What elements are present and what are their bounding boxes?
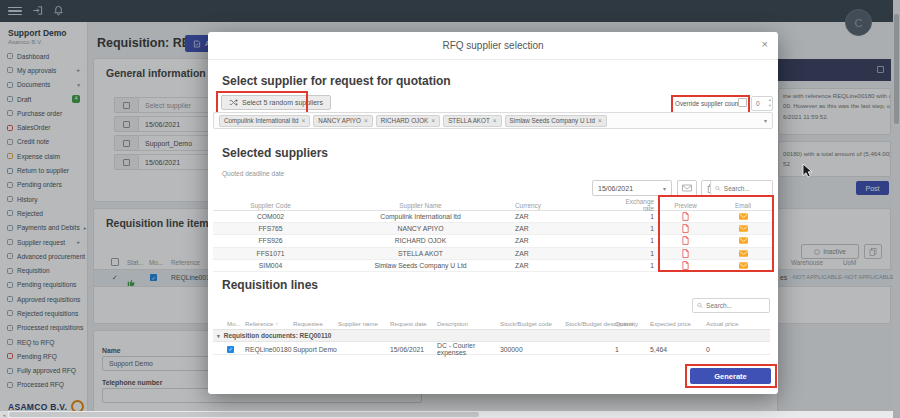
column-header-sorted[interactable]: Reference ↑ (245, 320, 293, 327)
column-header: Supplier Code (213, 202, 328, 209)
currency: ZAR (513, 237, 613, 244)
exchange-rate: 1 (613, 237, 658, 244)
suppliers-search-input[interactable] (724, 185, 768, 192)
remove-icon[interactable]: × (493, 117, 497, 124)
envelope-icon (682, 184, 692, 192)
requisition-line-row[interactable]: ✓ REQLine00180 Support Demo 15/06/2021 D… (213, 342, 770, 355)
remove-icon[interactable]: × (364, 117, 368, 124)
column-header: Expected price (650, 320, 706, 327)
chip-label: STELLA AKOT (448, 117, 490, 124)
email-icon[interactable] (713, 262, 773, 269)
currency: ZAR (513, 213, 613, 220)
supplier-row[interactable]: COM002 Compulink International ltd ZAR 1 (213, 211, 773, 223)
line-request-date: 15/06/2021 (390, 346, 437, 353)
requisition-lines-table: Mo... Reference ↑ Requestee Supplier nam… (213, 318, 770, 355)
supplier-row[interactable]: FFS765 NANCY APIYO ZAR 1 (213, 223, 773, 235)
deadline-date-select[interactable]: 15/06/2021 ▾ (592, 180, 672, 196)
exchange-rate: 1 (613, 225, 658, 232)
pdf-preview-icon[interactable] (658, 212, 713, 221)
supplier-chip: Simlaw Seeds Company U Ltd× (505, 115, 607, 127)
section-title-requisition-lines: Requisition lines (222, 278, 318, 292)
email-icon[interactable] (713, 213, 773, 220)
suppliers-search[interactable] (710, 180, 773, 196)
screen: C Support Demo Asamco B.V. Dashboard My … (0, 0, 900, 418)
supplier-code: FFS926 (213, 237, 328, 244)
scrollbar-thumb[interactable] (9, 412, 479, 417)
column-header: Actual price (706, 320, 770, 327)
group-row[interactable]: ▾ Requisition documents: REQ00110 (213, 330, 770, 342)
line-description: DC - Courier expenses (437, 342, 500, 356)
chevron-down-icon: ▾ (663, 185, 666, 192)
line-expected-price: 5,464 (650, 346, 706, 353)
horizontal-scrollbar[interactable]: ◂ (0, 411, 893, 418)
supplier-name: STELLA AKOT (328, 250, 513, 257)
section-title-selected-suppliers: Selected suppliers (222, 146, 328, 160)
email-icon[interactable] (713, 237, 773, 244)
email-icon[interactable] (713, 250, 773, 257)
supplier-row[interactable]: FFS926 RICHARD OJOK ZAR 1 (213, 235, 773, 247)
line-checkbox[interactable]: ✓ (227, 346, 234, 353)
line-quantity: 1 (615, 346, 650, 353)
generate-button[interactable]: Generate (690, 368, 771, 384)
search-icon (715, 185, 721, 192)
dialog-header: RFQ supplier selection × (208, 32, 778, 60)
dialog-title: RFQ supplier selection (208, 32, 778, 60)
pdf-preview-icon[interactable] (658, 249, 713, 258)
line-reference: REQLine00180 (245, 346, 293, 353)
column-header: Description (437, 320, 500, 327)
column-header: Stock/Budget description (565, 320, 615, 327)
currency: ZAR (513, 225, 613, 232)
override-checkbox[interactable] (738, 98, 747, 107)
column-header: Supplier name (338, 320, 390, 327)
select-random-suppliers-button[interactable]: Select 5 random suppliers (221, 95, 331, 110)
column-header: Quantity (615, 320, 650, 327)
email-all-button[interactable] (677, 180, 697, 196)
supplier-name: Compulink International ltd (328, 213, 513, 220)
chevron-down-icon[interactable]: ▾ (764, 117, 767, 124)
currency: ZAR (513, 262, 613, 269)
deadline-label: Quoted deadline date (222, 170, 284, 177)
supplier-name: Simlaw Seeds Company U Ltd (328, 262, 513, 269)
line-stock-code: 300000 (500, 346, 565, 353)
close-icon[interactable]: × (762, 38, 768, 50)
currency: ZAR (513, 250, 613, 257)
pdf-preview-icon[interactable] (658, 236, 713, 245)
section-title-select-supplier: Select supplier for request for quotatio… (222, 74, 451, 88)
override-count-input[interactable]: 0 ▴▾ (751, 96, 773, 111)
column-header: Supplier Name (328, 202, 513, 209)
remove-icon[interactable]: × (598, 117, 602, 124)
remove-icon[interactable]: × (302, 117, 306, 124)
supplier-multiselect[interactable]: Compulink International ltd× NANCY APIYO… (213, 112, 773, 129)
chip-label: Simlaw Seeds Company U Ltd (510, 117, 595, 124)
supplier-code: SIM004 (213, 262, 328, 269)
spinner-icons[interactable]: ▴▾ (769, 97, 771, 109)
scroll-left-arrow[interactable]: ◂ (0, 411, 8, 418)
chip-label: Compulink International ltd (224, 117, 299, 124)
group-label: Requisition documents: REQ00110 (224, 332, 332, 339)
supplier-code: FFS765 (213, 225, 328, 232)
lines-search-input[interactable] (706, 302, 765, 309)
supplier-name: NANCY APIYO (328, 225, 513, 232)
supplier-name: RICHARD OJOK (328, 237, 513, 244)
remove-icon[interactable]: × (431, 117, 435, 124)
mouse-cursor (802, 164, 814, 178)
email-icon[interactable] (713, 225, 773, 232)
exchange-rate: 1 (613, 213, 658, 220)
override-supplier-count-label: Override supplier count (675, 100, 740, 107)
override-count-value: 0 (756, 100, 760, 107)
column-header: Mo... (227, 320, 245, 327)
deadline-date-value: 15/06/2021 (598, 185, 633, 192)
supplier-chip: Compulink International ltd× (219, 115, 310, 127)
collapse-icon[interactable]: ▾ (217, 333, 220, 339)
supplier-row[interactable]: SIM004 Simlaw Seeds Company U Ltd ZAR 1 (213, 260, 773, 272)
column-header: Request date (390, 320, 437, 327)
search-icon (697, 302, 703, 309)
line-actual-price: 0 (706, 346, 770, 353)
lines-search[interactable] (692, 298, 770, 313)
line-requestee: Support Demo (293, 346, 338, 353)
chip-label: RICHARD OJOK (381, 117, 429, 124)
supplier-row[interactable]: FFS1071 STELLA AKOT ZAR 1 (213, 248, 773, 260)
pdf-preview-icon[interactable] (658, 261, 713, 270)
supplier-chip: NANCY APIYO× (313, 115, 372, 127)
pdf-preview-icon[interactable] (658, 224, 713, 233)
